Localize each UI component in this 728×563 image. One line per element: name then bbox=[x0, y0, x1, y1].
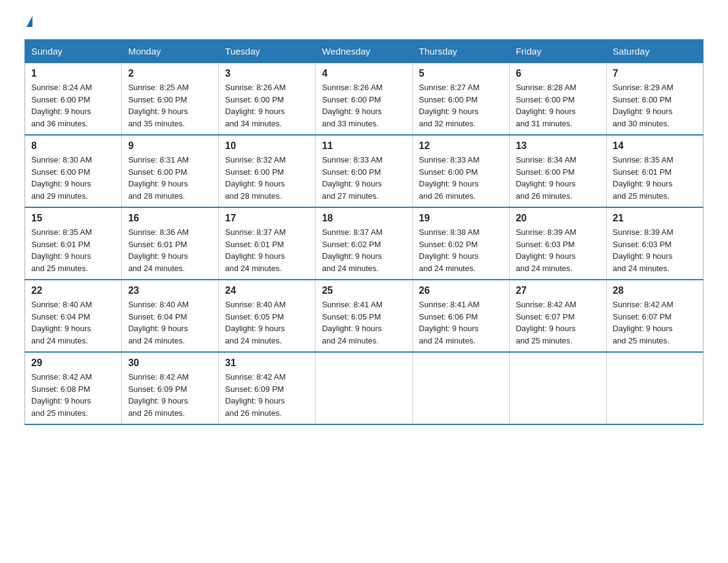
calendar-week-row: 22 Sunrise: 8:40 AM Sunset: 6:04 PM Dayl… bbox=[25, 280, 703, 352]
day-info: Sunrise: 8:33 AM Sunset: 6:00 PM Dayligh… bbox=[322, 155, 382, 201]
calendar-cell: 30 Sunrise: 8:42 AM Sunset: 6:09 PM Dayl… bbox=[122, 352, 219, 424]
calendar-cell: 21 Sunrise: 8:39 AM Sunset: 6:03 PM Dayl… bbox=[606, 207, 703, 280]
calendar-cell bbox=[509, 352, 606, 424]
calendar-week-row: 1 Sunrise: 8:24 AM Sunset: 6:00 PM Dayli… bbox=[25, 63, 703, 136]
calendar-cell: 8 Sunrise: 8:30 AM Sunset: 6:00 PM Dayli… bbox=[25, 135, 122, 207]
day-info: Sunrise: 8:41 AM Sunset: 6:05 PM Dayligh… bbox=[322, 300, 382, 345]
day-number: 18 bbox=[322, 213, 406, 224]
calendar-cell: 22 Sunrise: 8:40 AM Sunset: 6:04 PM Dayl… bbox=[25, 280, 122, 352]
day-header-wednesday: Wednesday bbox=[316, 40, 412, 63]
logo bbox=[25, 18, 32, 27]
day-info: Sunrise: 8:28 AM Sunset: 6:00 PM Dayligh… bbox=[516, 83, 577, 128]
day-number: 26 bbox=[419, 285, 503, 296]
day-info: Sunrise: 8:24 AM Sunset: 6:00 PM Dayligh… bbox=[31, 83, 92, 128]
day-number: 4 bbox=[322, 68, 406, 79]
calendar-cell: 16 Sunrise: 8:36 AM Sunset: 6:01 PM Dayl… bbox=[122, 207, 219, 280]
day-info: Sunrise: 8:35 AM Sunset: 6:01 PM Dayligh… bbox=[31, 228, 92, 273]
calendar-cell: 9 Sunrise: 8:31 AM Sunset: 6:00 PM Dayli… bbox=[122, 135, 219, 207]
calendar-cell: 29 Sunrise: 8:42 AM Sunset: 6:08 PM Dayl… bbox=[25, 352, 122, 424]
calendar-cell: 3 Sunrise: 8:26 AM Sunset: 6:00 PM Dayli… bbox=[219, 63, 316, 136]
day-info: Sunrise: 8:25 AM Sunset: 6:00 PM Dayligh… bbox=[128, 83, 189, 128]
calendar-cell: 14 Sunrise: 8:35 AM Sunset: 6:01 PM Dayl… bbox=[606, 135, 703, 207]
day-number: 13 bbox=[516, 140, 600, 151]
calendar-week-row: 8 Sunrise: 8:30 AM Sunset: 6:00 PM Dayli… bbox=[25, 135, 703, 207]
day-number: 20 bbox=[516, 213, 600, 224]
day-number: 16 bbox=[128, 213, 212, 224]
calendar-cell: 24 Sunrise: 8:40 AM Sunset: 6:05 PM Dayl… bbox=[219, 280, 316, 352]
day-info: Sunrise: 8:38 AM Sunset: 6:02 PM Dayligh… bbox=[419, 228, 480, 273]
day-number: 27 bbox=[516, 285, 600, 296]
calendar-week-row: 15 Sunrise: 8:35 AM Sunset: 6:01 PM Dayl… bbox=[25, 207, 703, 280]
day-number: 1 bbox=[31, 68, 115, 79]
day-number: 19 bbox=[419, 213, 503, 224]
calendar-cell: 6 Sunrise: 8:28 AM Sunset: 6:00 PM Dayli… bbox=[509, 63, 606, 136]
day-number: 28 bbox=[613, 285, 697, 296]
calendar-cell: 25 Sunrise: 8:41 AM Sunset: 6:05 PM Dayl… bbox=[316, 280, 412, 352]
day-info: Sunrise: 8:34 AM Sunset: 6:00 PM Dayligh… bbox=[516, 155, 577, 201]
calendar-cell: 7 Sunrise: 8:29 AM Sunset: 6:00 PM Dayli… bbox=[606, 63, 703, 136]
day-number: 23 bbox=[128, 285, 212, 296]
day-info: Sunrise: 8:40 AM Sunset: 6:05 PM Dayligh… bbox=[225, 300, 286, 345]
day-number: 31 bbox=[225, 358, 309, 369]
day-info: Sunrise: 8:40 AM Sunset: 6:04 PM Dayligh… bbox=[31, 300, 92, 345]
day-number: 22 bbox=[31, 285, 115, 296]
day-info: Sunrise: 8:36 AM Sunset: 6:01 PM Dayligh… bbox=[128, 228, 189, 273]
calendar-cell: 2 Sunrise: 8:25 AM Sunset: 6:00 PM Dayli… bbox=[122, 63, 219, 136]
day-info: Sunrise: 8:39 AM Sunset: 6:03 PM Dayligh… bbox=[516, 228, 577, 273]
calendar-cell: 19 Sunrise: 8:38 AM Sunset: 6:02 PM Dayl… bbox=[412, 207, 509, 280]
day-info: Sunrise: 8:27 AM Sunset: 6:00 PM Dayligh… bbox=[419, 83, 480, 128]
calendar-cell: 12 Sunrise: 8:33 AM Sunset: 6:00 PM Dayl… bbox=[412, 135, 509, 207]
day-info: Sunrise: 8:41 AM Sunset: 6:06 PM Dayligh… bbox=[419, 300, 480, 345]
day-number: 3 bbox=[225, 68, 309, 79]
day-header-thursday: Thursday bbox=[412, 40, 509, 63]
calendar-cell bbox=[606, 352, 703, 424]
day-number: 30 bbox=[128, 358, 212, 369]
day-info: Sunrise: 8:32 AM Sunset: 6:00 PM Dayligh… bbox=[225, 155, 286, 201]
day-header-monday: Monday bbox=[122, 40, 219, 63]
day-info: Sunrise: 8:37 AM Sunset: 6:02 PM Dayligh… bbox=[322, 228, 382, 273]
day-info: Sunrise: 8:35 AM Sunset: 6:01 PM Dayligh… bbox=[613, 155, 673, 201]
page-header bbox=[25, 18, 703, 27]
day-number: 11 bbox=[322, 140, 406, 151]
day-info: Sunrise: 8:39 AM Sunset: 6:03 PM Dayligh… bbox=[613, 228, 673, 273]
day-number: 15 bbox=[31, 213, 115, 224]
day-number: 2 bbox=[128, 68, 212, 79]
day-info: Sunrise: 8:42 AM Sunset: 6:07 PM Dayligh… bbox=[613, 300, 673, 345]
calendar-cell: 15 Sunrise: 8:35 AM Sunset: 6:01 PM Dayl… bbox=[25, 207, 122, 280]
day-header-sunday: Sunday bbox=[25, 40, 122, 63]
day-info: Sunrise: 8:29 AM Sunset: 6:00 PM Dayligh… bbox=[613, 83, 673, 128]
calendar-cell: 13 Sunrise: 8:34 AM Sunset: 6:00 PM Dayl… bbox=[509, 135, 606, 207]
day-header-tuesday: Tuesday bbox=[219, 40, 316, 63]
day-info: Sunrise: 8:30 AM Sunset: 6:00 PM Dayligh… bbox=[31, 155, 92, 201]
calendar-cell: 31 Sunrise: 8:42 AM Sunset: 6:09 PM Dayl… bbox=[219, 352, 316, 424]
calendar-cell: 20 Sunrise: 8:39 AM Sunset: 6:03 PM Dayl… bbox=[509, 207, 606, 280]
day-number: 8 bbox=[31, 140, 115, 151]
day-header-saturday: Saturday bbox=[606, 40, 703, 63]
calendar-cell: 26 Sunrise: 8:41 AM Sunset: 6:06 PM Dayl… bbox=[412, 280, 509, 352]
day-number: 21 bbox=[613, 213, 697, 224]
day-info: Sunrise: 8:40 AM Sunset: 6:04 PM Dayligh… bbox=[128, 300, 189, 345]
calendar-header-row: SundayMondayTuesdayWednesdayThursdayFrid… bbox=[25, 40, 703, 63]
day-number: 6 bbox=[516, 68, 600, 79]
day-info: Sunrise: 8:42 AM Sunset: 6:09 PM Dayligh… bbox=[128, 372, 189, 418]
day-number: 29 bbox=[31, 358, 115, 369]
day-info: Sunrise: 8:31 AM Sunset: 6:00 PM Dayligh… bbox=[128, 155, 189, 201]
calendar-cell: 23 Sunrise: 8:40 AM Sunset: 6:04 PM Dayl… bbox=[122, 280, 219, 352]
day-number: 7 bbox=[613, 68, 697, 79]
calendar-cell: 1 Sunrise: 8:24 AM Sunset: 6:00 PM Dayli… bbox=[25, 63, 122, 136]
day-info: Sunrise: 8:37 AM Sunset: 6:01 PM Dayligh… bbox=[225, 228, 286, 273]
calendar-week-row: 29 Sunrise: 8:42 AM Sunset: 6:08 PM Dayl… bbox=[25, 352, 703, 424]
day-number: 12 bbox=[419, 140, 503, 151]
calendar-cell: 10 Sunrise: 8:32 AM Sunset: 6:00 PM Dayl… bbox=[219, 135, 316, 207]
logo-general-text bbox=[25, 18, 32, 29]
day-number: 24 bbox=[225, 285, 309, 296]
calendar-cell: 5 Sunrise: 8:27 AM Sunset: 6:00 PM Dayli… bbox=[412, 63, 509, 136]
day-number: 17 bbox=[225, 213, 309, 224]
calendar-cell: 18 Sunrise: 8:37 AM Sunset: 6:02 PM Dayl… bbox=[316, 207, 412, 280]
day-info: Sunrise: 8:42 AM Sunset: 6:08 PM Dayligh… bbox=[31, 372, 92, 418]
logo-triangle-icon bbox=[26, 16, 32, 27]
day-header-friday: Friday bbox=[509, 40, 606, 63]
day-info: Sunrise: 8:26 AM Sunset: 6:00 PM Dayligh… bbox=[225, 83, 286, 128]
day-number: 9 bbox=[128, 140, 212, 151]
day-number: 10 bbox=[225, 140, 309, 151]
